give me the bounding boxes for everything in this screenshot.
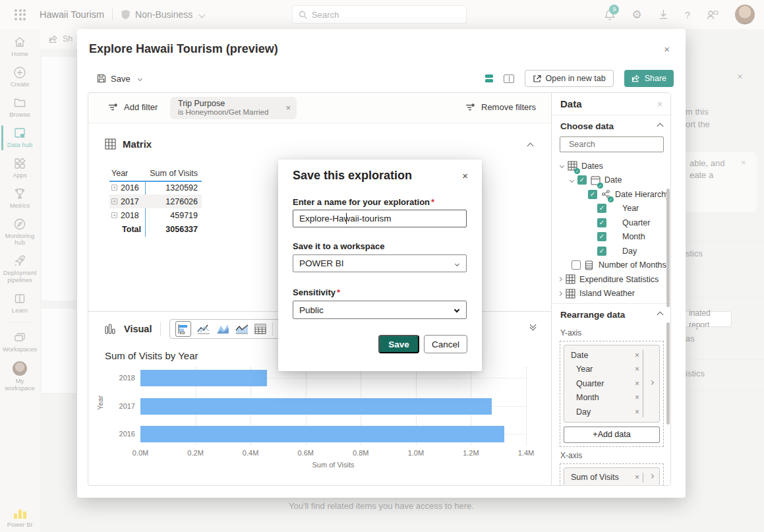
chevron-down-icon[interactable]	[560, 163, 564, 168]
area-chart-type-button[interactable]	[216, 324, 229, 334]
tree-item-label: Dates	[581, 162, 603, 171]
split-view-icon[interactable]	[504, 74, 514, 83]
stacked-area-chart-type-button[interactable]	[235, 324, 249, 334]
tree-item-expenditure-statistics[interactable]: Expenditure Statistics	[552, 272, 671, 287]
expand-icon[interactable]	[111, 198, 117, 204]
collapse-visual-icon[interactable]	[531, 322, 535, 330]
share-icon	[632, 74, 640, 82]
bar-2016[interactable]	[140, 426, 504, 442]
checkbox-checked[interactable]	[588, 190, 597, 199]
y-axis-field-card[interactable]: Date Year Quarter Month	[564, 345, 660, 423]
bar-2018[interactable]	[140, 370, 267, 386]
visual-bars-icon	[105, 324, 115, 335]
x-axis-field-card[interactable]: Sum of Visits	[564, 467, 660, 487]
chevron-right-icon[interactable]	[558, 277, 562, 281]
add-data-button[interactable]: +Add data	[564, 427, 660, 443]
tree-item-date[interactable]: Date	[552, 173, 671, 188]
gridline	[526, 367, 527, 445]
x-axis-title: Sum of Visits	[140, 461, 526, 469]
expand-icon[interactable]	[111, 185, 117, 191]
matrix-grid-icon	[105, 138, 116, 150]
chevron-right-icon[interactable]	[558, 291, 562, 296]
checkbox-unchecked[interactable]	[572, 260, 581, 270]
matrix-year-cell: 2016	[121, 183, 139, 192]
close-icon[interactable]	[657, 99, 662, 109]
tree-item-day[interactable]: Day	[552, 244, 671, 258]
save-exploration-modal: Save this exploration Enter a name for y…	[278, 160, 482, 371]
bar-2017[interactable]	[140, 398, 492, 415]
exploration-name-input[interactable]: Explore-Hawaii-tourism	[293, 210, 467, 227]
table-type-button[interactable]	[254, 324, 266, 334]
visual-section-label: Visual	[124, 324, 152, 334]
field-row-year[interactable]: Year	[564, 363, 639, 377]
filter-pill[interactable]: Trip Purpose is Honeymoon/Get Married	[170, 97, 297, 119]
tree-item-year[interactable]: Year	[552, 202, 671, 216]
matrix-row[interactable]: 2018 459719	[109, 208, 202, 222]
checkbox-checked[interactable]	[597, 218, 606, 227]
tree-item-quarter[interactable]: Quarter	[552, 216, 671, 230]
scrollbar[interactable]	[666, 189, 670, 307]
data-panel: Data Choose data Dates	[551, 93, 671, 486]
field-row-quarter[interactable]: Quarter	[564, 376, 639, 391]
workspace-dropdown[interactable]: POWER BI	[293, 254, 467, 272]
bar-chart-type-button[interactable]	[175, 321, 191, 337]
tree-item-date-hierarchy[interactable]: Date Hierarchy	[552, 187, 671, 202]
field-row-sum-of-visits[interactable]: Sum of Visits	[564, 471, 639, 485]
remove-filters-label: Remove filters	[481, 102, 536, 112]
checkbox-checked[interactable]	[597, 232, 606, 241]
layout-rows-toggle-icon[interactable]	[485, 74, 493, 82]
chevron-down-icon[interactable]	[570, 178, 574, 183]
add-filter-button[interactable]: Add filter	[108, 102, 158, 112]
tree-item-label: Date	[604, 175, 622, 185]
sensitivity-select[interactable]: Public	[293, 301, 467, 319]
field-row-month[interactable]: Month	[564, 391, 639, 405]
expand-icon[interactable]	[111, 212, 117, 218]
save-button[interactable]: Save	[97, 74, 142, 84]
modal-save-button[interactable]: Save	[378, 335, 419, 353]
scrollbar[interactable]	[666, 322, 670, 425]
expand-field-chevron[interactable]	[649, 380, 654, 385]
measure-icon	[585, 260, 595, 270]
tree-item-number-of-months[interactable]: Number of Months	[552, 258, 671, 273]
tree-item-dates[interactable]: Dates	[552, 159, 671, 173]
name-field-label: Enter a name for your exploration*	[293, 197, 434, 207]
checkbox-checked[interactable]	[577, 175, 587, 185]
filter-condition: is Honeymoon/Get Married	[178, 108, 281, 116]
matrix-row[interactable]: 2016 1320592	[109, 181, 202, 194]
checkbox-checked[interactable]	[597, 204, 606, 213]
choose-data-header[interactable]: Choose data	[552, 115, 671, 136]
field-row-date[interactable]: Date	[564, 348, 639, 363]
data-search-input[interactable]	[569, 140, 671, 149]
collapse-matrix-icon[interactable]	[527, 143, 534, 150]
field-row-day[interactable]: Day	[564, 405, 639, 419]
tree-item-month[interactable]: Month	[552, 230, 671, 245]
close-icon[interactable]	[664, 44, 670, 55]
matrix-row[interactable]: 2017 1276026	[109, 194, 202, 208]
tree-item-label: Quarter	[622, 218, 650, 227]
field-label: Date	[571, 351, 588, 360]
remove-field-icon[interactable]	[635, 473, 639, 482]
expand-field-chevron[interactable]	[649, 474, 654, 479]
data-search[interactable]	[560, 136, 664, 152]
remove-field-icon[interactable]	[635, 393, 639, 402]
share-button[interactable]: Share	[624, 70, 674, 87]
modal-cancel-button[interactable]: Cancel	[424, 335, 467, 353]
checkbox-checked[interactable]	[597, 247, 606, 256]
tree-item-island-weather[interactable]: Island Weather	[552, 287, 671, 301]
text-caret	[346, 213, 347, 224]
rearrange-data-label: Rearrange data	[560, 310, 625, 320]
line-chart-type-button[interactable]	[197, 324, 210, 334]
remove-field-icon[interactable]	[635, 379, 639, 388]
matrix-total-label: Total	[109, 225, 145, 234]
close-icon[interactable]	[462, 170, 468, 181]
remove-filters-button[interactable]: Remove filters	[465, 102, 536, 112]
open-in-new-tab-button[interactable]: Open in new tab	[525, 70, 614, 87]
remove-filter-icon[interactable]	[285, 103, 291, 113]
tree-item-label: Month	[622, 232, 645, 241]
remove-field-icon[interactable]	[635, 351, 639, 360]
remove-field-icon[interactable]	[635, 407, 639, 417]
remove-field-icon[interactable]	[635, 365, 639, 374]
sensitivity-field-label: Sensitivity*	[293, 287, 340, 297]
choose-data-label: Choose data	[560, 121, 614, 131]
rearrange-data-header[interactable]: Rearrange data	[552, 303, 671, 324]
